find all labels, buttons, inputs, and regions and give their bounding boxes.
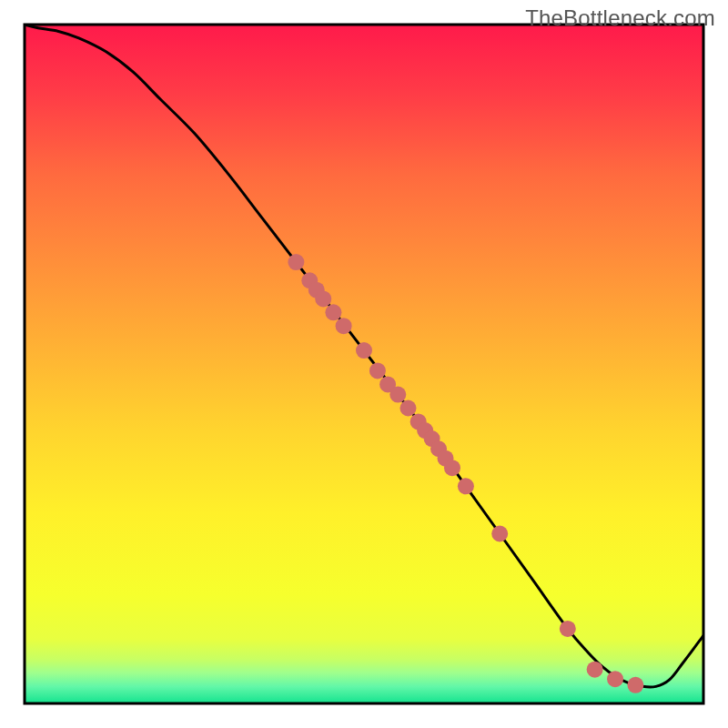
data-point: [491, 526, 508, 542]
data-point: [458, 478, 474, 494]
data-point: [336, 318, 352, 334]
chart-svg: [0, 0, 728, 728]
plot-area: [25, 25, 703, 703]
data-point: [560, 621, 576, 637]
gradient-background: [25, 25, 703, 703]
data-point: [356, 342, 372, 359]
chart-container: TheBottleneck.com: [0, 0, 728, 728]
data-point: [325, 304, 341, 320]
data-point: [587, 662, 603, 678]
data-point: [399, 399, 416, 416]
data-point: [288, 254, 304, 270]
data-point: [369, 362, 386, 379]
data-point: [627, 677, 643, 693]
watermark-text: TheBottleneck.com: [525, 5, 715, 31]
data-point: [389, 387, 406, 403]
data-point: [607, 671, 623, 687]
data-point: [315, 290, 331, 307]
data-point: [444, 460, 460, 476]
